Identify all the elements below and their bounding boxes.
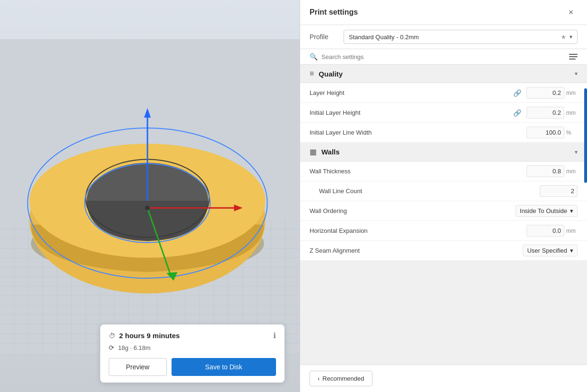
- save-to-disk-button[interactable]: Save to Disk: [172, 358, 276, 376]
- settings-content: ≡ Quality ▾ Layer Height 🔗 mm Initial La…: [300, 65, 587, 365]
- star-icon: ★: [561, 33, 567, 41]
- initial-layer-height-input[interactable]: [527, 107, 564, 119]
- walls-section-icon: ▦: [310, 147, 317, 156]
- profile-dropdown[interactable]: Standard Quality - 0.2mm ★ ▾: [344, 30, 578, 44]
- initial-layer-line-width-row: Initial Layer Line Width %: [300, 123, 587, 143]
- initial-layer-height-label: Initial Layer Height: [310, 109, 513, 116]
- walls-chevron-icon: ▾: [575, 149, 578, 155]
- panel-header: Print settings ×: [300, 0, 587, 25]
- z-seam-alignment-chevron: ▾: [570, 247, 573, 254]
- wall-thickness-input[interactable]: [527, 165, 564, 177]
- material-info: 18g · 6.18m: [118, 344, 151, 351]
- layer-height-unit: mm: [566, 90, 578, 96]
- horizontal-expansion-unit: mm: [566, 228, 578, 234]
- recommended-row: ‹ Recommended: [300, 365, 587, 392]
- wall-ordering-row: Wall Ordering Inside To Outside ▾: [300, 201, 587, 221]
- menu-icon[interactable]: [569, 54, 578, 60]
- print-time: 2 hours 9 minutes: [119, 332, 180, 340]
- recommended-chevron-icon: ‹: [318, 375, 319, 382]
- wall-thickness-row: Wall Thickness mm: [300, 162, 587, 181]
- z-seam-alignment-value: User Specified: [527, 247, 567, 254]
- initial-layer-line-width-value-wrap: %: [527, 127, 578, 138]
- wall-ordering-value: Inside To Outside: [520, 207, 567, 214]
- profile-label: Profile: [310, 33, 338, 41]
- scroll-indicator: [584, 88, 587, 183]
- z-seam-alignment-dropdown[interactable]: User Specified ▾: [523, 245, 578, 256]
- quality-chevron-icon: ▾: [575, 70, 578, 77]
- wall-thickness-value-wrap: mm: [527, 165, 578, 177]
- wall-line-count-row: Wall Line Count: [300, 181, 587, 201]
- walls-section-left: ▦ Walls: [310, 147, 340, 156]
- preview-button[interactable]: Preview: [109, 358, 167, 376]
- wall-line-count-label: Wall Line Count: [319, 187, 540, 195]
- quality-section-title: Quality: [319, 70, 343, 78]
- time-display: ⏱ 2 hours 9 minutes: [109, 332, 180, 340]
- initial-layer-line-width-label: Initial Layer Line Width: [310, 129, 527, 136]
- status-bar-row2: ⟳ 18g · 6.18m: [109, 344, 276, 351]
- quality-section-icon: ≡: [310, 69, 314, 78]
- search-bar: 🔍: [300, 49, 587, 65]
- layer-height-link-icon[interactable]: 🔗: [513, 89, 523, 97]
- wall-ordering-dropdown[interactable]: Inside To Outside ▾: [516, 205, 578, 217]
- horizontal-expansion-value-wrap: mm: [527, 225, 578, 237]
- print-settings-panel: Print settings × Profile Standard Qualit…: [300, 0, 587, 392]
- recommended-button[interactable]: ‹ Recommended: [310, 371, 372, 386]
- filament-icon: ⟳: [109, 344, 114, 351]
- wall-line-count-value-wrap: [540, 185, 578, 197]
- recommended-label: Recommended: [322, 375, 364, 382]
- initial-layer-height-row: Initial Layer Height 🔗 mm: [300, 103, 587, 123]
- profile-value: Standard Quality - 0.2mm: [349, 34, 419, 41]
- profile-row: Profile Standard Quality - 0.2mm ★ ▾: [300, 25, 587, 49]
- svg-point-49: [145, 205, 150, 210]
- horizontal-expansion-row: Horizontal Expansion mm: [300, 221, 587, 241]
- info-icon[interactable]: ℹ: [273, 331, 276, 340]
- search-icon: 🔍: [310, 53, 318, 60]
- wall-line-count-input[interactable]: [540, 185, 578, 197]
- initial-layer-line-width-input[interactable]: [527, 127, 564, 138]
- initial-layer-height-unit: mm: [566, 110, 578, 116]
- wall-thickness-unit: mm: [566, 168, 578, 175]
- action-buttons: Preview Save to Disk: [109, 358, 276, 376]
- status-bar-row1: ⏱ 2 hours 9 minutes ℹ: [109, 331, 276, 340]
- quality-section-left: ≡ Quality: [310, 69, 343, 78]
- wall-ordering-chevron: ▾: [570, 207, 573, 214]
- initial-layer-line-width-unit: %: [566, 129, 578, 136]
- horizontal-expansion-label: Horizontal Expansion: [310, 227, 527, 234]
- quality-section-header[interactable]: ≡ Quality ▾: [300, 65, 587, 83]
- layer-height-input[interactable]: [527, 87, 564, 99]
- walls-section-header[interactable]: ▦ Walls ▾: [300, 143, 587, 162]
- search-input[interactable]: [321, 53, 565, 60]
- profile-dropdown-icons: ★ ▾: [561, 33, 572, 41]
- walls-section-title: Walls: [321, 148, 340, 156]
- horizontal-expansion-input[interactable]: [527, 225, 564, 237]
- initial-layer-height-link-icon[interactable]: 🔗: [513, 109, 523, 117]
- layer-height-row: Layer Height 🔗 mm: [300, 83, 587, 103]
- material-display: ⟳ 18g · 6.18m: [109, 344, 151, 351]
- chevron-down-icon: ▾: [570, 34, 572, 40]
- status-bar: ⏱ 2 hours 9 minutes ℹ ⟳ 18g · 6.18m Prev…: [100, 324, 285, 383]
- z-seam-alignment-row: Z Seam Alignment User Specified ▾: [300, 241, 587, 261]
- wall-ordering-label: Wall Ordering: [310, 207, 516, 214]
- clock-icon: ⏱: [109, 332, 115, 340]
- initial-layer-height-value-wrap: mm: [527, 107, 578, 119]
- close-button[interactable]: ×: [564, 6, 578, 19]
- layer-height-value-wrap: mm: [527, 87, 578, 99]
- layer-height-label: Layer Height: [310, 89, 513, 96]
- z-seam-alignment-label: Z Seam Alignment: [310, 247, 523, 254]
- wall-thickness-label: Wall Thickness: [310, 168, 527, 175]
- panel-title: Print settings: [310, 8, 358, 17]
